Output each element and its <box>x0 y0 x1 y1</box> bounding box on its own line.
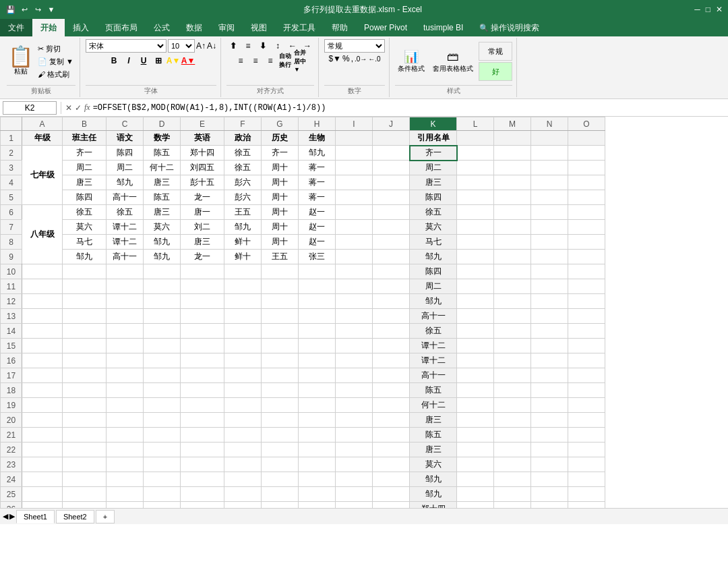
cell-k4[interactable]: 唐三 <box>410 175 457 190</box>
font-color-button[interactable]: A▼ <box>181 54 195 67</box>
tab-home[interactable]: 开始 <box>32 19 65 36</box>
cell-empty-23-5[interactable] <box>224 457 262 472</box>
cell-empty-25-1[interactable] <box>63 487 107 502</box>
cell-extra-17-3[interactable] <box>568 368 605 383</box>
cell-e5[interactable]: 龙一 <box>181 190 224 205</box>
confirm-formula-icon[interactable]: ✓ <box>75 103 82 113</box>
cell-k16[interactable]: 谭十二 <box>410 353 457 368</box>
tab-developer[interactable]: 开发工具 <box>275 19 324 36</box>
cell-extra-21-2[interactable] <box>531 428 568 443</box>
cell-h4[interactable]: 蒋一 <box>299 175 336 190</box>
cell-d6[interactable]: 唐三 <box>144 205 181 220</box>
cell-l9[interactable] <box>457 250 494 264</box>
cell-empty-20-4[interactable] <box>181 413 224 428</box>
cell-empty-25-4[interactable] <box>181 487 224 502</box>
cell-extra-21-1[interactable] <box>494 428 531 443</box>
cell-e6[interactable]: 唐一 <box>181 205 224 220</box>
cell-empty-24-8[interactable] <box>336 472 373 487</box>
cell-extra-22-2[interactable] <box>531 443 568 457</box>
cell-empty-14-6[interactable] <box>262 324 299 339</box>
cell-empty-10-8[interactable] <box>336 264 373 279</box>
cell-empty-12-7[interactable] <box>299 294 336 309</box>
cell-empty-24-6[interactable] <box>262 472 299 487</box>
cell-h1[interactable]: 生物 <box>299 131 336 146</box>
cell-empty-23-3[interactable] <box>144 457 181 472</box>
redo-button[interactable]: ↪ <box>32 4 43 15</box>
sheet-tab-2[interactable]: Sheet2 <box>56 510 94 523</box>
cell-empty-10-4[interactable] <box>181 264 224 279</box>
cell-empty-15-0[interactable] <box>22 339 63 353</box>
tab-review[interactable]: 审阅 <box>210 19 243 36</box>
cell-empty-24-9[interactable] <box>373 472 410 487</box>
cell-e7[interactable]: 刘二 <box>181 220 224 235</box>
cell-empty-17-7[interactable] <box>299 368 336 383</box>
col-header-i[interactable]: I <box>336 117 373 131</box>
sheet-tab-1[interactable]: Sheet1 <box>16 510 55 523</box>
cell-empty-13-8[interactable] <box>336 309 373 324</box>
cell-a2[interactable]: 七年级 <box>22 146 63 205</box>
cell-d4[interactable]: 唐三 <box>144 175 181 190</box>
cell-empty-21-2[interactable] <box>107 428 144 443</box>
cell-j7[interactable] <box>373 220 410 235</box>
cell-empty-10-1[interactable] <box>63 264 107 279</box>
cell-empty-22-7[interactable] <box>299 443 336 457</box>
name-box[interactable] <box>3 101 57 115</box>
cell-empty-19-1[interactable] <box>63 398 107 413</box>
italic-button[interactable]: I <box>122 54 135 67</box>
cell-empty-25-2[interactable] <box>107 487 144 502</box>
cell-k21[interactable]: 陈五 <box>410 428 457 443</box>
cell-empty-14-5[interactable] <box>224 324 262 339</box>
cell-n8[interactable] <box>531 235 568 250</box>
cell-k3[interactable]: 周二 <box>410 161 457 175</box>
cell-empty-13-9[interactable] <box>373 309 410 324</box>
cell-f1[interactable]: 政治 <box>224 131 262 146</box>
cell-empty-12-5[interactable] <box>224 294 262 309</box>
cell-extra-26-0[interactable] <box>457 502 494 509</box>
cell-e3[interactable]: 刘四五 <box>181 161 224 175</box>
cell-empty-22-9[interactable] <box>373 443 410 457</box>
cell-empty-12-8[interactable] <box>336 294 373 309</box>
cell-extra-21-0[interactable] <box>457 428 494 443</box>
cell-k10[interactable]: 陈四 <box>410 264 457 279</box>
cell-extra-15-1[interactable] <box>494 339 531 353</box>
cell-d5[interactable]: 陈五 <box>144 190 181 205</box>
cell-empty-20-2[interactable] <box>107 413 144 428</box>
cell-extra-16-3[interactable] <box>568 353 605 368</box>
cell-style-good[interactable]: 好 <box>479 62 512 81</box>
cell-extra-17-2[interactable] <box>531 368 568 383</box>
col-header-a[interactable]: A <box>22 117 63 131</box>
cell-extra-10-2[interactable] <box>531 264 568 279</box>
increase-decimal-button[interactable]: .0→ <box>355 55 367 63</box>
cell-extra-22-3[interactable] <box>568 443 605 457</box>
col-header-o[interactable]: O <box>568 117 605 131</box>
cell-empty-12-4[interactable] <box>181 294 224 309</box>
decrease-font-button[interactable]: A↓ <box>207 41 216 51</box>
cell-extra-15-0[interactable] <box>457 339 494 353</box>
cell-empty-22-1[interactable] <box>63 443 107 457</box>
tab-page-layout[interactable]: 页面布局 <box>97 19 146 36</box>
cell-m5[interactable] <box>494 190 531 205</box>
format-painter-button[interactable]: 🖌 格式刷 <box>36 69 75 80</box>
tab-file[interactable]: 文件 <box>0 19 32 36</box>
cell-o7[interactable] <box>568 220 605 235</box>
cell-empty-20-1[interactable] <box>63 413 107 428</box>
cell-b2[interactable]: 齐一 <box>63 146 107 161</box>
undo-button[interactable]: ↩ <box>19 4 30 15</box>
cell-b4[interactable]: 唐三 <box>63 175 107 190</box>
cell-empty-23-6[interactable] <box>262 457 299 472</box>
cell-empty-15-6[interactable] <box>262 339 299 353</box>
sheet-container[interactable]: A B C D E F G H I J K L M N O <box>0 117 728 508</box>
cell-empty-23-9[interactable] <box>373 457 410 472</box>
cell-empty-11-0[interactable] <box>22 279 63 294</box>
cell-empty-13-5[interactable] <box>224 309 262 324</box>
cell-extra-22-1[interactable] <box>494 443 531 457</box>
cell-l5[interactable] <box>457 190 494 205</box>
cell-k1[interactable]: 引用名单 <box>410 131 457 146</box>
cell-empty-26-2[interactable] <box>107 502 144 509</box>
cell-f9[interactable]: 鲜十 <box>224 250 262 264</box>
cell-empty-11-6[interactable] <box>262 279 299 294</box>
cancel-formula-icon[interactable]: ✕ <box>65 103 72 113</box>
cell-empty-24-1[interactable] <box>63 472 107 487</box>
cell-g6[interactable]: 周十 <box>262 205 299 220</box>
cell-n1[interactable] <box>531 131 568 146</box>
